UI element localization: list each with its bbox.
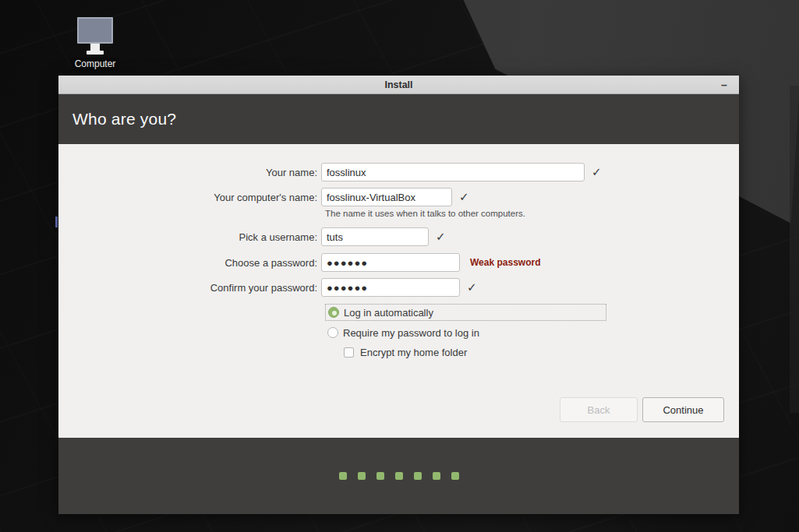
name-label: Your name: xyxy=(58,167,321,178)
require-password-label: Require my password to log in xyxy=(343,327,479,339)
confirm-password-input[interactable] xyxy=(321,278,460,297)
progress-dot xyxy=(433,472,440,480)
login-automatically-radio[interactable] xyxy=(328,307,339,318)
hostname-label: Your computer's name: xyxy=(58,192,321,203)
wizard-buttons: Back Continue xyxy=(560,397,724,422)
page-header: Who are you? xyxy=(58,94,739,144)
username-label: Pick a username: xyxy=(58,231,321,243)
progress-dot xyxy=(358,472,366,480)
checkbox-row-encrypt-home[interactable]: Encrypt my home folder xyxy=(344,344,739,360)
hostname-valid-check-icon: ✓ xyxy=(459,190,469,204)
hostname-input[interactable] xyxy=(321,188,452,206)
progress-dot xyxy=(451,472,459,480)
name-valid-check-icon: ✓ xyxy=(592,165,602,179)
require-password-radio[interactable] xyxy=(327,327,338,338)
username-valid-check-icon: ✓ xyxy=(436,230,446,244)
cursor-marker xyxy=(55,217,58,227)
progress-dot xyxy=(395,472,403,480)
encrypt-home-checkbox[interactable] xyxy=(344,347,354,358)
progress-dot xyxy=(377,472,384,480)
back-button[interactable]: Back xyxy=(560,397,638,422)
progress-footer xyxy=(58,438,739,514)
radio-row-login-automatically[interactable]: Log in automatically xyxy=(325,304,606,321)
form-row-password: Choose a password: Weak password xyxy=(58,253,739,272)
password-input[interactable] xyxy=(321,253,460,272)
name-input[interactable] xyxy=(321,163,585,181)
progress-dot xyxy=(339,472,347,480)
window-title: Install xyxy=(384,79,412,90)
form-row-hostname: Your computer's name: ✓ xyxy=(58,188,739,206)
minimize-icon[interactable]: – xyxy=(716,76,733,93)
hostname-hint: The name it uses when it talks to other … xyxy=(325,209,739,221)
encrypt-home-label: Encrypt my home folder xyxy=(360,347,467,358)
password-strength-text: Weak password xyxy=(470,257,540,268)
page-title: Who are you? xyxy=(72,110,176,129)
computer-icon-label: Computer xyxy=(71,58,120,71)
desktop-icon-computer[interactable]: Computer xyxy=(65,17,125,71)
wallpaper-light-edge xyxy=(790,86,799,413)
continue-button[interactable]: Continue xyxy=(642,397,724,422)
progress-dot xyxy=(414,472,422,480)
computer-monitor-stand xyxy=(90,44,100,51)
form-row-username: Pick a username: ✓ xyxy=(58,227,739,246)
computer-monitor-icon xyxy=(77,17,113,44)
form-row-name: Your name: ✓ xyxy=(58,163,739,181)
login-automatically-label: Log in automatically xyxy=(344,307,433,319)
progress-dots xyxy=(339,472,459,480)
password-label: Choose a password: xyxy=(58,257,321,269)
radio-row-require-password[interactable]: Require my password to log in xyxy=(327,325,739,340)
install-window: Install – Who are you? Your name: ✓ Your… xyxy=(58,76,739,514)
confirm-valid-check-icon: ✓ xyxy=(467,280,477,294)
confirm-password-label: Confirm your password: xyxy=(58,282,321,294)
form-row-confirm-password: Confirm your password: ✓ xyxy=(58,278,739,297)
window-titlebar[interactable]: Install – xyxy=(58,76,739,94)
username-input[interactable] xyxy=(321,227,429,246)
form-area: Your name: ✓ Your computer's name: ✓ The… xyxy=(58,144,739,438)
